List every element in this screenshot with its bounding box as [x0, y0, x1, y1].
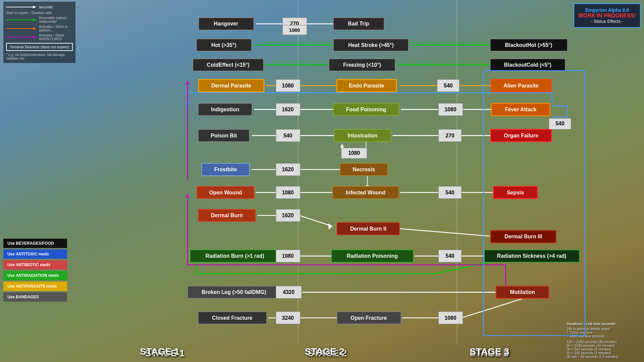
duration-line0: 24h in game at default speed — [567, 327, 641, 331]
alien-parasite-label: Alien Parasite — [503, 83, 539, 88]
duration-line5: 6h = 1080 seconds (18 minutes) — [567, 344, 641, 348]
hot-label: Hot (>35°) — [211, 42, 236, 48]
blackout-cold-label: BlackoutCold (<5°) — [504, 62, 551, 68]
legend-expire-label: Start on expire. / Duration until.. — [6, 11, 73, 15]
svg-marker-5 — [33, 27, 36, 30]
n1620-frost: 1620 — [282, 167, 294, 172]
frostbite-label: Frostbite — [214, 167, 237, 172]
legend-purple-label: Activates / Starts WHEN CURED — [39, 34, 73, 41]
duration-line4: 12h = 2160 seconds (36 minutes) — [567, 340, 641, 344]
duration-notes: Durations = real time seconds! 24h in ga… — [567, 322, 641, 359]
svg-line-56 — [299, 216, 329, 225]
n540-rad: 540 — [445, 253, 454, 259]
radiation-burn-label: Radiation Burn (>1 rad) — [206, 253, 264, 259]
legend-green: Reversible indirect relationship* — [6, 16, 73, 23]
n1080-rad: 1080 — [282, 253, 294, 259]
legend-orange: Activates / Starts in addition... — [6, 25, 73, 32]
freezing-label: Freezing (<10°) — [343, 62, 381, 68]
legend-purple: Activates / Starts WHEN CURED — [6, 34, 73, 41]
infected-wound-label: Infected Wound — [346, 190, 385, 195]
poison-bit-label: Poison Bit — [211, 133, 237, 138]
n1080-para: 1080 — [282, 83, 294, 88]
n540-poi: 540 — [283, 133, 292, 138]
legend-note: * e.g. via bodytemperature, fall damage,… — [6, 53, 73, 60]
cold-effect-label: ColdEffect (<15°) — [207, 62, 250, 68]
antiradiation-button[interactable]: Use ANTIRADIATION meds — [3, 271, 67, 280]
antitoxic-button[interactable]: Use ANTITOXIC meds — [3, 249, 67, 259]
food-poisoning-label: Food Poisoning — [346, 107, 386, 112]
intoxication-label: Intoxication — [347, 133, 377, 138]
n1080-hang-box: 1080 — [289, 27, 300, 33]
closed-fracture-label: Closed Fracture — [212, 315, 252, 321]
duration-title: Durations = real time seconds! — [567, 322, 641, 326]
legend-panel: seconds Start on expire. / Duration unti… — [3, 2, 75, 63]
n270-poi: 270 — [445, 133, 454, 138]
dermal-parasite-label: Dermal Parasite — [211, 83, 252, 88]
necrosis-label: Necrosis — [353, 167, 375, 172]
info-title3: - Status Effects - — [578, 19, 637, 24]
duration-line8: 30 min = 60 seconds (1.5 minutes) — [567, 355, 641, 359]
legend-green-label: Reversible indirect relationship* — [39, 16, 73, 23]
bandages-button[interactable]: Use BANDAGES — [3, 292, 67, 302]
dermal-burn-ii-label: Dermal Burn II — [350, 226, 386, 232]
bad-trip-label: Bad Trip — [348, 21, 369, 26]
endo-parasite-label: Endo Parasite — [349, 83, 384, 88]
n1080-frac: 1080 — [444, 315, 456, 321]
legend-seconds: seconds — [6, 4, 73, 10]
sepsis-label: Sepsis — [507, 190, 524, 195]
svg-marker-70 — [186, 193, 190, 198]
n4320-leg: 4320 — [283, 289, 294, 295]
medicine-panel: Use BEVERAGES/FOOD Use ANTITOXIC meds Us… — [3, 239, 67, 302]
duration-line7: 1h = 180 seconds (3 minutes) — [567, 351, 641, 355]
svg-marker-77 — [186, 80, 190, 85]
heat-stroke-label: Heat Stroke (>45°) — [348, 42, 394, 48]
n3240-frac: 3240 — [282, 315, 294, 321]
n540-organ: 540 — [555, 121, 565, 126]
duration-line6: 3h = 540 seconds (9 minutes) — [567, 348, 641, 351]
dermal-burn-iii-label: Dermal Burn III — [504, 234, 542, 239]
broken-leg-label: Broken Leg (>50 fallDMG) — [202, 289, 266, 295]
svg-marker-43 — [340, 143, 344, 148]
diagram-svg: Hangover Bad Trip 270 1080 Hot (>35°) He… — [77, 0, 572, 362]
terminal-box: Terminal Sickness (does not expire!) — [6, 43, 73, 51]
radiation-poisoning-label: Radiation Poisoning — [346, 253, 398, 259]
svg-marker-3 — [33, 18, 36, 21]
terminal-label: Terminal Sickness (does not expire!) — [10, 45, 69, 49]
svg-marker-1 — [33, 6, 36, 8]
n540-wound: 540 — [445, 190, 454, 195]
n1080-wound: 1080 — [282, 190, 294, 195]
n1080-intox: 1080 — [348, 150, 360, 156]
legend-orange-label: Activates / Starts in addition... — [39, 25, 73, 32]
fever-attack-label: Fever Attack — [505, 107, 536, 112]
n1620-burn: 1620 — [282, 213, 294, 218]
duration-line1: = 72min real time — [567, 331, 641, 335]
open-wound-label: Open Wound — [209, 190, 242, 195]
info-title1: Empyrion Alpha 8.0 — [578, 7, 637, 13]
organ-failure-label: Organ Failure — [504, 133, 538, 138]
antibiotic-button[interactable]: Use ANTIBIOTIC meds — [3, 260, 67, 269]
beverages-button[interactable]: Use BEVERAGES/FOOD — [3, 239, 67, 248]
main-container: seconds Start on expire. / Duration unti… — [0, 0, 644, 362]
svg-marker-57 — [328, 223, 332, 229]
duration-line2: = 4320 real time seconds — [567, 335, 641, 338]
antiparasite-button[interactable]: Use ANTIPARASITE meds — [3, 282, 67, 291]
info-title2: WORK IN PROGRESS! — [578, 13, 637, 19]
svg-line-58 — [400, 229, 496, 237]
blackout-hot-label: BlackoutHot (>55°) — [505, 42, 552, 48]
n1080-indig: 1080 — [444, 107, 456, 112]
indigestion-label: Indigestion — [211, 107, 239, 112]
info-box: Empyrion Alpha 8.0 WORK IN PROGRESS! - S… — [574, 3, 641, 28]
legend-seconds-label: seconds — [39, 5, 53, 9]
open-fracture-label: Open Fracture — [351, 315, 387, 321]
n1620-indig: 1620 — [282, 107, 294, 112]
n540-para: 540 — [444, 83, 453, 88]
radiation-sickness-label: Radiation Sickness (>4 rad) — [497, 253, 567, 259]
svg-line-75 — [462, 298, 523, 318]
svg-marker-7 — [33, 36, 36, 39]
mutilation-label: Mutilation — [510, 289, 535, 295]
dermal-burn-label: Dermal Burn — [211, 213, 243, 218]
hangover-label: Hangover — [214, 21, 238, 26]
